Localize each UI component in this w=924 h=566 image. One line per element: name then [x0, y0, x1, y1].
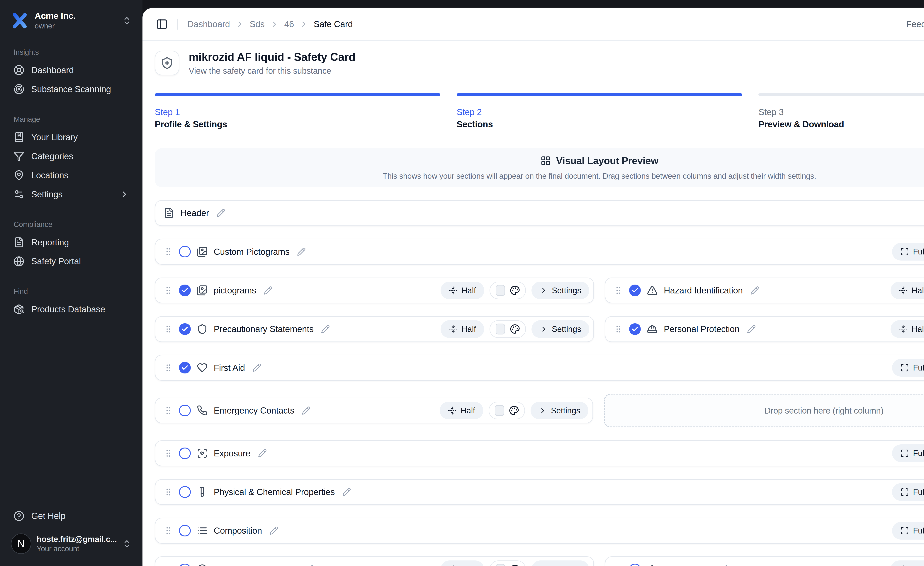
width-toggle-button[interactable]: Half [891, 320, 924, 338]
edit-icon[interactable] [252, 363, 261, 372]
color-swatch[interactable] [496, 324, 505, 335]
chevron-right-icon [120, 189, 129, 199]
width-toggle-button[interactable]: Full [892, 483, 924, 501]
sidebar-toggle-icon[interactable] [156, 18, 168, 30]
drag-handle-icon[interactable] [164, 406, 173, 415]
sidebar-item-dashboard[interactable]: Dashboard [8, 61, 134, 80]
step-3[interactable]: Step 3 Preview & Download [758, 93, 924, 129]
org-switcher[interactable]: Acme Inc. owner [8, 9, 134, 32]
width-toggle-button[interactable]: Half [891, 282, 924, 299]
edit-icon[interactable] [297, 247, 306, 256]
drag-handle-icon[interactable] [164, 286, 173, 295]
width-toggle-button[interactable]: Half [891, 560, 924, 566]
edit-icon[interactable] [264, 286, 273, 295]
section-checkbox[interactable] [179, 405, 190, 416]
sidebar-item-label: Categories [31, 151, 73, 161]
width-toggle-button[interactable]: Full [892, 522, 924, 540]
step-1[interactable]: Step 1 Profile & Settings [155, 93, 440, 129]
color-swatch[interactable] [496, 285, 505, 296]
drag-handle-icon[interactable] [164, 449, 173, 458]
flame-icon [647, 564, 658, 566]
width-toggle-button[interactable]: Full [892, 444, 924, 462]
color-swatch[interactable] [495, 405, 504, 416]
section-checkbox[interactable] [629, 564, 641, 566]
drag-handle-icon[interactable] [164, 564, 173, 566]
color-swatch[interactable] [496, 564, 505, 566]
section-checkbox[interactable] [179, 564, 190, 566]
breadcrumb: Dashboard Sds 46 Safe Card [188, 19, 353, 29]
step-2[interactable]: Step 2 Sections [457, 93, 742, 129]
sidebar-item-your-library[interactable]: Your Library [8, 128, 134, 147]
breadcrumb-dashboard[interactable]: Dashboard [188, 19, 230, 29]
sidebar-item-categories[interactable]: Categories [8, 147, 134, 166]
style-controls[interactable] [489, 560, 526, 566]
drag-handle-icon[interactable] [164, 324, 173, 334]
style-controls[interactable] [489, 402, 525, 419]
grip-icon [164, 487, 173, 497]
feedback-link[interactable]: Feedback [906, 19, 924, 29]
edit-icon[interactable] [305, 565, 314, 566]
sidebar-item-settings[interactable]: Settings [8, 185, 134, 204]
settings-button[interactable]: Settings [531, 402, 589, 419]
edit-icon[interactable] [342, 488, 351, 497]
section-card-emergency-contacts: Emergency Contacts Half Settings [155, 398, 593, 423]
sidebar-item-reporting[interactable]: Reporting [8, 233, 134, 252]
section-label: Custom Pictograms [214, 247, 290, 257]
sidebar-item-locations[interactable]: Locations [8, 166, 134, 185]
sidebar-item-substance-scanning[interactable]: Substance Scanning [8, 80, 134, 99]
section-checkbox[interactable] [629, 323, 641, 335]
edit-icon[interactable] [321, 325, 330, 333]
section-checkbox[interactable] [179, 525, 190, 536]
edit-icon[interactable] [750, 286, 759, 295]
check-icon [181, 364, 189, 371]
edit-icon[interactable] [270, 526, 278, 535]
sidebar-item-safety-portal[interactable]: Safety Portal [8, 252, 134, 271]
section-checkbox[interactable] [179, 323, 190, 335]
section-checkbox[interactable] [179, 246, 190, 257]
layout-grid-icon [540, 156, 551, 166]
width-toggle-button[interactable]: Half [441, 320, 484, 338]
width-toggle-button[interactable]: Half [441, 560, 484, 566]
drag-handle-icon[interactable] [164, 247, 173, 256]
edit-icon[interactable] [719, 565, 728, 566]
section-label: Hazard Identification [664, 285, 743, 296]
section-checkbox[interactable] [179, 447, 190, 459]
section-checkbox[interactable] [179, 285, 190, 296]
sidebar-item-get-help[interactable]: Get Help [8, 506, 134, 525]
map-pin-icon [14, 170, 24, 181]
account-menu[interactable]: N hoste.fritz@gmail.c... Your account [8, 531, 134, 557]
width-toggle-button[interactable]: Full [892, 243, 924, 261]
drag-handle-icon[interactable] [164, 363, 173, 372]
maximize-icon [900, 526, 909, 535]
width-toggle-button[interactable]: Full [892, 359, 924, 377]
pencil-icon [342, 488, 351, 497]
edit-icon[interactable] [258, 449, 267, 458]
section-checkbox[interactable] [629, 285, 641, 296]
drag-handle-icon[interactable] [614, 564, 623, 566]
settings-button[interactable]: Settings [531, 560, 590, 566]
breadcrumb-id[interactable]: 46 [284, 19, 294, 29]
section-checkbox[interactable] [179, 486, 190, 498]
settings-button[interactable]: Settings [531, 320, 590, 338]
sidebar-item-label: Your Library [31, 132, 78, 142]
width-toggle-button[interactable]: Half [441, 282, 484, 299]
edit-icon[interactable] [302, 406, 310, 415]
app-root: Acme Inc. owner Insights Dashboard Subst… [0, 0, 924, 566]
style-controls[interactable] [489, 320, 526, 338]
layout-row: Physical & Chemical Properties Full Sett… [155, 479, 924, 505]
drag-handle-icon[interactable] [614, 286, 623, 295]
drag-handle-icon[interactable] [164, 487, 173, 497]
edit-icon[interactable] [216, 209, 225, 218]
drag-handle-icon[interactable] [164, 526, 173, 535]
sidebar-item-products-database[interactable]: Products Database [8, 300, 134, 319]
section-checkbox[interactable] [179, 362, 190, 374]
images-icon [197, 246, 208, 257]
width-toggle-button[interactable]: Half [440, 402, 483, 419]
edit-icon[interactable] [747, 325, 756, 333]
settings-button[interactable]: Settings [531, 282, 590, 299]
breadcrumb-sds[interactable]: Sds [250, 19, 265, 29]
section-card-precautionary-statements: Precautionary Statements Half Settings [155, 316, 594, 342]
dropzone-right-column[interactable]: Drop section here (right column) [604, 393, 924, 428]
style-controls[interactable] [489, 282, 526, 299]
drag-handle-icon[interactable] [614, 324, 623, 334]
